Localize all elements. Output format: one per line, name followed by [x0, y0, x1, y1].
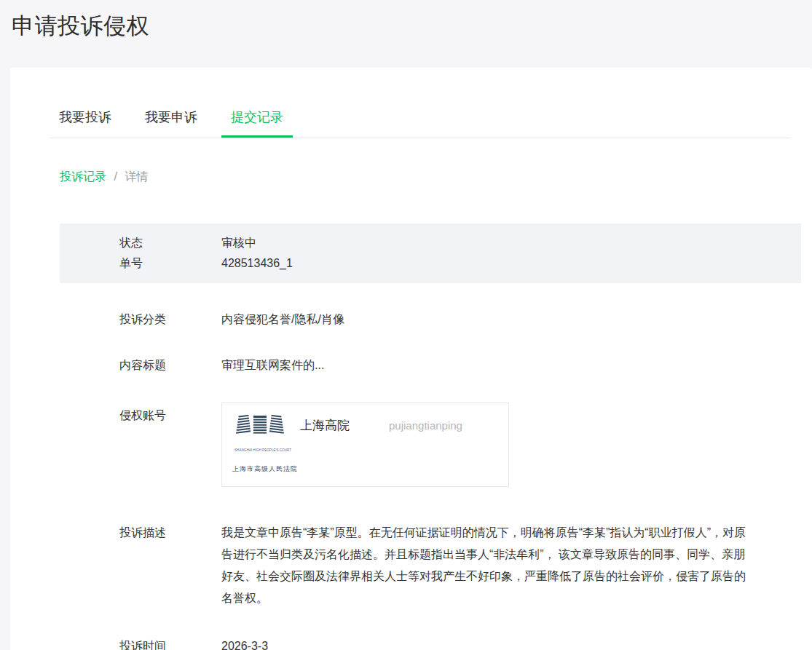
- order-number-label: 单号: [119, 253, 221, 274]
- status-label: 状态: [119, 233, 221, 253]
- tab-i-want-to-complain[interactable]: 我要投诉: [50, 108, 121, 138]
- content-title-label: 内容标题: [119, 357, 221, 374]
- account-name: 上海高院: [300, 419, 350, 432]
- breadcrumb: 投诉记录 / 详情: [50, 170, 791, 185]
- account-wxid: pujiangtianping: [389, 419, 462, 432]
- complaint-category-row: 投诉分类 内容侵犯名誉/隐私/肖像: [50, 311, 791, 328]
- complaint-description-label: 投诉描述: [119, 522, 221, 609]
- breadcrumb-complaint-records-link[interactable]: 投诉记录: [60, 170, 106, 183]
- shanghai-court-logo: SHANGHAI HIGH PEOPLE'S COURT 上海市高级人民法院: [232, 415, 288, 477]
- status-summary-box: 状态 审核中 单号 428513436_1: [60, 223, 801, 283]
- infringing-account-label: 侵权账号: [119, 403, 221, 487]
- complaint-category-value: 内容侵犯名誉/隐私/肖像: [221, 311, 344, 328]
- court-logo-english-text: SHANGHAI HIGH PEOPLE'S COURT: [234, 442, 285, 458]
- order-number-row: 单号 428513436_1: [119, 253, 801, 274]
- complaint-time-row: 投诉时间 2026-3-3: [50, 638, 791, 650]
- tab-bar: 我要投诉 我要申诉 提交记录: [50, 108, 791, 138]
- breadcrumb-separator: /: [114, 170, 117, 183]
- infringing-account-row: 侵权账号: [50, 403, 791, 487]
- infringing-account-card[interactable]: SHANGHAI HIGH PEOPLE'S COURT 上海市高级人民法院 上…: [221, 403, 509, 487]
- complaint-time-value: 2026-3-3: [221, 638, 268, 650]
- complaint-description-row: 投诉描述 我是文章中原告“李某”原型。在无任何证据证明的情况下，明确将原告“李某…: [50, 522, 791, 609]
- order-number-value: 428513436_1: [221, 253, 293, 274]
- complaint-time-label: 投诉时间: [119, 638, 221, 650]
- page-title: 申请投诉侵权: [0, 0, 812, 41]
- complaint-category-label: 投诉分类: [119, 311, 221, 328]
- content-title-row: 内容标题 审理互联网案件的...: [50, 357, 791, 374]
- account-text-block: 上海高院pujiangtianping: [300, 415, 475, 477]
- court-logo-chinese-text: 上海市高级人民法院: [232, 460, 288, 477]
- tab-submission-records[interactable]: 提交记录: [221, 108, 293, 138]
- breadcrumb-current-detail: 详情: [125, 170, 148, 183]
- content-card: 我要投诉 我要申诉 提交记录 投诉记录 / 详情 状态 审核中 单号 42851…: [10, 68, 812, 650]
- status-value: 审核中: [221, 233, 256, 253]
- content-title-value: 审理互联网案件的...: [221, 357, 324, 374]
- status-row: 状态 审核中: [119, 233, 801, 253]
- court-logo-stripes-icon: [232, 415, 288, 435]
- complaint-description-text: 我是文章中原告“李某”原型。在无任何证据证明的情况下，明确将原告“李某”指认为“…: [221, 522, 752, 609]
- tab-i-want-to-appeal[interactable]: 我要申诉: [135, 108, 207, 138]
- infringing-account-value: SHANGHAI HIGH PEOPLE'S COURT 上海市高级人民法院 上…: [221, 403, 509, 487]
